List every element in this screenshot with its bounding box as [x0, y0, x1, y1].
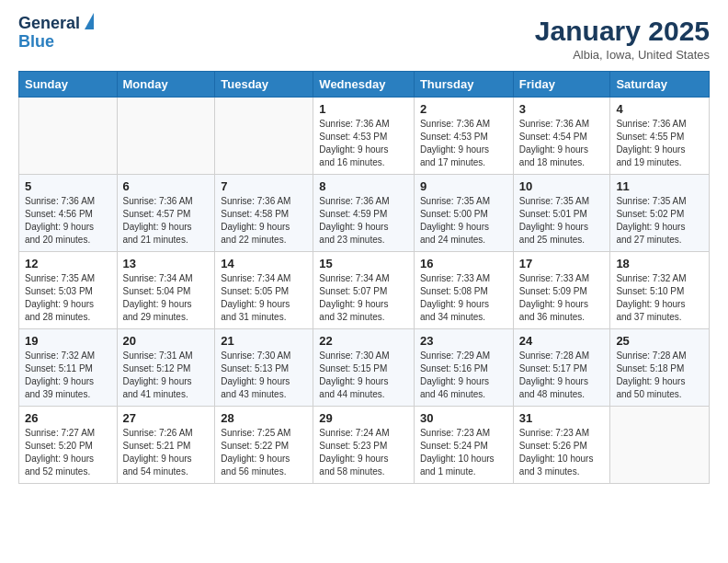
table-row: 16Sunrise: 7:33 AM Sunset: 5:08 PM Dayli… [414, 252, 513, 329]
day-info: Sunrise: 7:26 AM Sunset: 5:21 PM Dayligh… [123, 427, 210, 478]
day-info: Sunrise: 7:36 AM Sunset: 4:59 PM Dayligh… [319, 195, 408, 247]
table-row [19, 98, 118, 175]
day-info: Sunrise: 7:24 AM Sunset: 5:23 PM Dayligh… [319, 427, 408, 478]
logo-text-blue: Blue [18, 32, 54, 51]
table-row: 4Sunrise: 7:36 AM Sunset: 4:55 PM Daylig… [610, 98, 710, 175]
day-info: Sunrise: 7:28 AM Sunset: 5:18 PM Dayligh… [616, 350, 703, 401]
day-number: 21 [221, 334, 307, 348]
header-friday: Friday [513, 72, 610, 98]
table-row: 25Sunrise: 7:28 AM Sunset: 5:18 PM Dayli… [610, 329, 710, 407]
table-row: 29Sunrise: 7:24 AM Sunset: 5:23 PM Dayli… [313, 407, 415, 484]
day-number: 13 [123, 257, 210, 270]
day-info: Sunrise: 7:33 AM Sunset: 5:09 PM Dayligh… [519, 272, 605, 324]
day-number: 6 [123, 179, 210, 193]
subtitle: Albia, Iowa, United States [535, 48, 710, 62]
day-info: Sunrise: 7:29 AM Sunset: 5:16 PM Dayligh… [420, 350, 507, 401]
table-row: 1Sunrise: 7:36 AM Sunset: 4:53 PM Daylig… [313, 98, 415, 175]
day-number: 4 [616, 102, 703, 116]
table-row: 22Sunrise: 7:30 AM Sunset: 5:15 PM Dayli… [313, 329, 415, 407]
day-number: 31 [519, 411, 605, 425]
table-row: 31Sunrise: 7:23 AM Sunset: 5:26 PM Dayli… [513, 407, 610, 484]
day-info: Sunrise: 7:23 AM Sunset: 5:26 PM Dayligh… [519, 427, 605, 478]
day-info: Sunrise: 7:36 AM Sunset: 4:58 PM Dayligh… [221, 195, 307, 247]
day-number: 7 [221, 179, 307, 193]
table-row: 2Sunrise: 7:36 AM Sunset: 4:53 PM Daylig… [414, 98, 513, 175]
table-row: 9Sunrise: 7:35 AM Sunset: 5:00 PM Daylig… [414, 175, 513, 252]
header-thursday: Thursday [414, 72, 513, 98]
day-info: Sunrise: 7:34 AM Sunset: 5:04 PM Dayligh… [123, 272, 210, 324]
day-info: Sunrise: 7:25 AM Sunset: 5:22 PM Dayligh… [221, 427, 307, 478]
logo-text-general: General [18, 15, 80, 33]
table-row: 12Sunrise: 7:35 AM Sunset: 5:03 PM Dayli… [19, 252, 118, 329]
table-row: 30Sunrise: 7:23 AM Sunset: 5:24 PM Dayli… [414, 407, 513, 484]
day-info: Sunrise: 7:36 AM Sunset: 4:54 PM Dayligh… [519, 118, 605, 169]
table-row: 14Sunrise: 7:34 AM Sunset: 5:05 PM Dayli… [215, 252, 313, 329]
calendar-week-row: 12Sunrise: 7:35 AM Sunset: 5:03 PM Dayli… [19, 252, 710, 329]
table-row: 6Sunrise: 7:36 AM Sunset: 4:57 PM Daylig… [117, 175, 215, 252]
title-block: January 2025 Albia, Iowa, United States [535, 15, 710, 62]
day-number: 20 [123, 334, 210, 348]
day-number: 15 [319, 257, 408, 270]
day-number: 27 [123, 411, 210, 425]
day-number: 12 [25, 257, 111, 270]
day-number: 8 [319, 179, 408, 193]
header-sunday: Sunday [19, 72, 118, 98]
day-info: Sunrise: 7:30 AM Sunset: 5:13 PM Dayligh… [221, 350, 307, 401]
calendar-week-row: 5Sunrise: 7:36 AM Sunset: 4:56 PM Daylig… [19, 175, 710, 252]
day-number: 18 [616, 257, 703, 270]
table-row: 20Sunrise: 7:31 AM Sunset: 5:12 PM Dayli… [117, 329, 215, 407]
day-info: Sunrise: 7:36 AM Sunset: 4:53 PM Dayligh… [319, 118, 408, 169]
day-number: 28 [221, 411, 307, 425]
calendar-table: Sunday Monday Tuesday Wednesday Thursday… [18, 71, 710, 484]
calendar-week-row: 1Sunrise: 7:36 AM Sunset: 4:53 PM Daylig… [19, 98, 710, 175]
table-row: 7Sunrise: 7:36 AM Sunset: 4:58 PM Daylig… [215, 175, 313, 252]
day-info: Sunrise: 7:32 AM Sunset: 5:10 PM Dayligh… [616, 272, 703, 324]
day-info: Sunrise: 7:36 AM Sunset: 4:53 PM Dayligh… [420, 118, 507, 169]
day-number: 5 [25, 179, 111, 193]
day-number: 10 [519, 179, 605, 193]
table-row: 17Sunrise: 7:33 AM Sunset: 5:09 PM Dayli… [513, 252, 610, 329]
table-row: 23Sunrise: 7:29 AM Sunset: 5:16 PM Dayli… [414, 329, 513, 407]
day-number: 19 [25, 334, 111, 348]
table-row: 13Sunrise: 7:34 AM Sunset: 5:04 PM Dayli… [117, 252, 215, 329]
table-row: 10Sunrise: 7:35 AM Sunset: 5:01 PM Dayli… [513, 175, 610, 252]
day-info: Sunrise: 7:34 AM Sunset: 5:05 PM Dayligh… [221, 272, 307, 324]
header-wednesday: Wednesday [313, 72, 415, 98]
day-info: Sunrise: 7:35 AM Sunset: 5:00 PM Dayligh… [420, 195, 507, 247]
day-info: Sunrise: 7:36 AM Sunset: 4:56 PM Dayligh… [25, 195, 111, 247]
table-row [610, 407, 710, 484]
day-info: Sunrise: 7:35 AM Sunset: 5:02 PM Dayligh… [616, 195, 703, 247]
day-info: Sunrise: 7:36 AM Sunset: 4:57 PM Dayligh… [123, 195, 210, 247]
table-row: 21Sunrise: 7:30 AM Sunset: 5:13 PM Dayli… [215, 329, 313, 407]
calendar-header-row: Sunday Monday Tuesday Wednesday Thursday… [19, 72, 710, 98]
day-number: 11 [616, 179, 703, 193]
table-row: 26Sunrise: 7:27 AM Sunset: 5:20 PM Dayli… [19, 407, 118, 484]
day-number: 24 [519, 334, 605, 348]
day-number: 2 [420, 102, 507, 116]
table-row: 15Sunrise: 7:34 AM Sunset: 5:07 PM Dayli… [313, 252, 415, 329]
header-saturday: Saturday [610, 72, 710, 98]
day-info: Sunrise: 7:35 AM Sunset: 5:03 PM Dayligh… [25, 272, 111, 324]
table-row [215, 98, 313, 175]
day-number: 23 [420, 334, 507, 348]
day-number: 3 [519, 102, 605, 116]
logo: General Blue [18, 15, 94, 52]
day-info: Sunrise: 7:31 AM Sunset: 5:12 PM Dayligh… [123, 350, 210, 401]
page: General Blue January 2025 Albia, Iowa, U… [0, 0, 728, 502]
day-number: 14 [221, 257, 307, 270]
day-number: 16 [420, 257, 507, 270]
day-number: 22 [319, 334, 408, 348]
day-info: Sunrise: 7:33 AM Sunset: 5:08 PM Dayligh… [420, 272, 507, 324]
day-info: Sunrise: 7:30 AM Sunset: 5:15 PM Dayligh… [319, 350, 408, 401]
day-info: Sunrise: 7:36 AM Sunset: 4:55 PM Dayligh… [616, 118, 703, 169]
day-info: Sunrise: 7:27 AM Sunset: 5:20 PM Dayligh… [25, 427, 111, 478]
table-row: 5Sunrise: 7:36 AM Sunset: 4:56 PM Daylig… [19, 175, 118, 252]
day-info: Sunrise: 7:35 AM Sunset: 5:01 PM Dayligh… [519, 195, 605, 247]
table-row: 24Sunrise: 7:28 AM Sunset: 5:17 PM Dayli… [513, 329, 610, 407]
day-number: 30 [420, 411, 507, 425]
table-row: 8Sunrise: 7:36 AM Sunset: 4:59 PM Daylig… [313, 175, 415, 252]
table-row: 11Sunrise: 7:35 AM Sunset: 5:02 PM Dayli… [610, 175, 710, 252]
table-row: 3Sunrise: 7:36 AM Sunset: 4:54 PM Daylig… [513, 98, 610, 175]
table-row: 19Sunrise: 7:32 AM Sunset: 5:11 PM Dayli… [19, 329, 118, 407]
day-number: 29 [319, 411, 408, 425]
